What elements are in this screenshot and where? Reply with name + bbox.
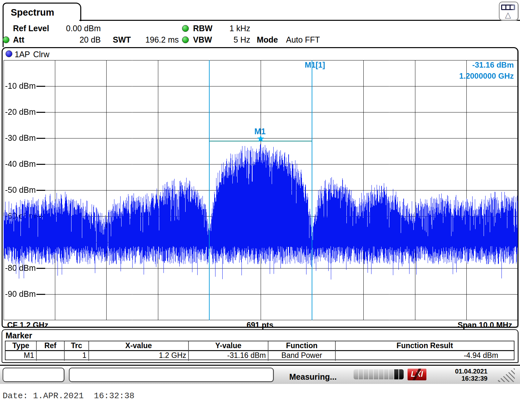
vbw-led-icon	[182, 36, 189, 43]
resize-grip-icon[interactable]	[496, 368, 515, 382]
progress-segment	[394, 369, 399, 379]
col-function-result: Function Result	[336, 341, 514, 351]
progress-segment	[389, 369, 394, 379]
mode-value[interactable]: Auto FFT	[286, 35, 320, 45]
marker-row-function-result: -4.94 dBm	[336, 351, 514, 361]
marker-name-readout: M1[1]	[305, 60, 325, 70]
col-type: Type	[6, 341, 37, 351]
progress-segment	[374, 369, 378, 379]
swt-value[interactable]: 196.2 ms	[128, 35, 179, 45]
trace1-label[interactable]: 1AP	[15, 50, 30, 59]
progress-segment	[379, 369, 384, 379]
rbw-led-icon	[182, 25, 189, 32]
ref-level-value[interactable]: 0.00 dBm	[49, 24, 101, 33]
status-time: 16:32:39	[455, 375, 488, 382]
trace1-detector-label[interactable]: Clrw	[33, 50, 49, 59]
progress-segment	[364, 369, 368, 379]
layout-bar-icon	[501, 5, 515, 10]
att-led-icon	[3, 36, 9, 43]
status-date: 01.04.2021	[455, 368, 488, 375]
sweep-progress-bar	[354, 369, 404, 379]
datetime-display: 01.04.2021 16:32:39	[455, 368, 488, 382]
marker-panel: Marker Type Ref Trc X-value Y-value Func…	[2, 329, 518, 363]
sweep-points: 691 pts	[3, 321, 517, 330]
display-layout-button[interactable]: △	[499, 2, 518, 20]
status-bar: Measuring... LXI 01.04.2021 16:32:39	[0, 365, 520, 384]
lxi-logo: LXI	[408, 369, 426, 380]
screenshot-date-line: Date: 1.APR.2021 16:32:38	[3, 391, 135, 401]
marker-row-trc: 1	[65, 351, 89, 361]
mode-label[interactable]: Mode	[257, 35, 278, 45]
progress-segment	[359, 369, 363, 379]
rbw-value[interactable]: 1 kHz	[208, 24, 250, 33]
col-y-value: Y-value	[189, 341, 268, 351]
trace1-led-icon	[6, 50, 12, 57]
marker-panel-title: Marker	[6, 331, 32, 340]
marker-row-ref	[37, 351, 65, 361]
att-value[interactable]: 20 dB	[49, 35, 101, 45]
progress-segment	[354, 369, 358, 379]
marker-table: Type Ref Trc X-value Y-value Function Fu…	[5, 341, 514, 360]
ref-level-label[interactable]: Ref Level	[13, 24, 49, 33]
progress-segment	[384, 369, 389, 379]
progress-segment	[369, 369, 373, 379]
vbw-value[interactable]: 5 Hz	[208, 35, 250, 45]
measuring-status: Measuring...	[289, 372, 337, 382]
att-label[interactable]: Att	[13, 35, 24, 45]
col-trc: Trc	[65, 341, 89, 351]
spectrum-diagram: 1AP Clrw M1[1] -31.16 dBm 1.2000000 GHz …	[2, 47, 518, 328]
frequency-axis-info: CF 1.2 GHz 691 pts Span 10.0 MHz	[3, 321, 517, 328]
header-divider	[79, 20, 520, 21]
progress-segment	[399, 369, 404, 379]
col-function: Function	[268, 341, 336, 351]
spectrum-analyzer-screen: Spectrum △ Ref Level 0.00 dBm RBW 1 kHz …	[0, 0, 520, 420]
marker-row-type: M1	[6, 351, 37, 361]
tab-spectrum[interactable]: Spectrum	[3, 3, 81, 21]
softkey-slot-1[interactable]	[3, 368, 64, 382]
col-ref: Ref	[37, 341, 65, 351]
tab-title: Spectrum	[11, 7, 54, 18]
softkey-slot-2[interactable]: Measuring...	[69, 368, 274, 382]
marker-row-x-value: 1.2 GHz	[89, 351, 189, 361]
plot-area: M1[1] -31.16 dBm 1.2000000 GHz	[4, 60, 518, 320]
marker-frequency-readout: 1.2000000 GHz	[459, 72, 514, 81]
spectrum-trace-canvas	[4, 60, 518, 320]
col-x-value: X-value	[89, 341, 189, 351]
marker-row-y-value: -31.16 dBm	[189, 351, 268, 361]
span: Span 10.0 MHz	[458, 321, 512, 330]
left-border	[3, 20, 4, 47]
overlay-triangle-icon: △	[500, 10, 516, 20]
marker-level-readout: -31.16 dBm	[472, 60, 514, 70]
marker-row-function: Band Power	[268, 351, 336, 361]
